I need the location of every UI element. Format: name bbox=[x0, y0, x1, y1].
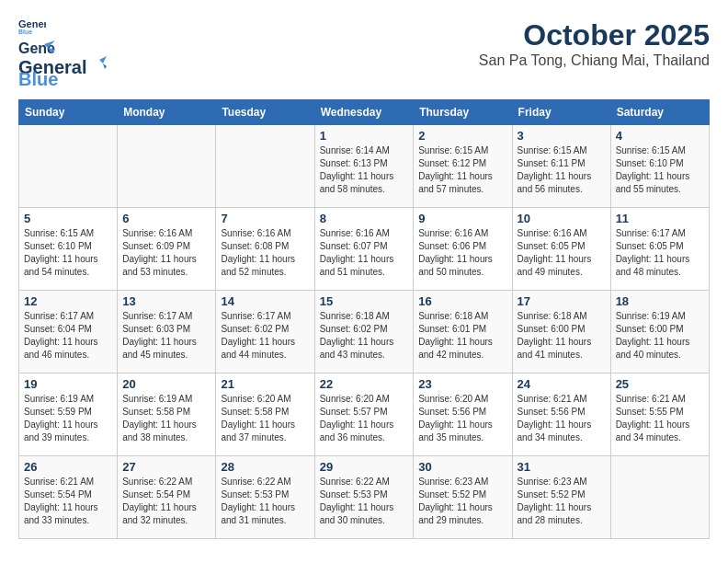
calendar-cell: 10Sunrise: 6:16 AM Sunset: 6:05 PM Dayli… bbox=[512, 208, 610, 291]
day-number: 3 bbox=[518, 129, 606, 143]
day-number: 26 bbox=[24, 460, 112, 474]
day-info: Sunrise: 6:18 AM Sunset: 6:02 PM Dayligh… bbox=[320, 310, 409, 362]
day-number: 17 bbox=[518, 294, 606, 308]
day-info: Sunrise: 6:16 AM Sunset: 6:07 PM Dayligh… bbox=[320, 227, 409, 279]
calendar-cell: 20Sunrise: 6:19 AM Sunset: 5:58 PM Dayli… bbox=[118, 373, 216, 456]
col-header-monday: Monday bbox=[118, 100, 216, 125]
day-info: Sunrise: 6:22 AM Sunset: 5:54 PM Dayligh… bbox=[122, 476, 210, 527]
calendar-cell: 28Sunrise: 6:22 AM Sunset: 5:53 PM Dayli… bbox=[216, 456, 314, 539]
day-info: Sunrise: 6:15 AM Sunset: 6:12 PM Dayligh… bbox=[418, 144, 506, 196]
col-header-saturday: Saturday bbox=[610, 100, 709, 125]
calendar-cell: 13Sunrise: 6:17 AM Sunset: 6:03 PM Dayli… bbox=[118, 291, 216, 373]
logo: General Blue General General Blue bbox=[18, 18, 107, 90]
calendar-cell: 11Sunrise: 6:17 AM Sunset: 6:05 PM Dayli… bbox=[610, 208, 709, 291]
day-number: 21 bbox=[221, 377, 309, 391]
day-info: Sunrise: 6:17 AM Sunset: 6:04 PM Dayligh… bbox=[24, 310, 112, 362]
page-header: General Blue General General Blue Octobe… bbox=[18, 18, 710, 90]
day-info: Sunrise: 6:19 AM Sunset: 5:58 PM Dayligh… bbox=[122, 393, 210, 444]
day-number: 13 bbox=[122, 294, 210, 308]
day-info: Sunrise: 6:15 AM Sunset: 6:11 PM Dayligh… bbox=[518, 144, 606, 196]
day-info: Sunrise: 6:20 AM Sunset: 5:58 PM Dayligh… bbox=[221, 393, 309, 444]
calendar-cell: 17Sunrise: 6:18 AM Sunset: 6:00 PM Dayli… bbox=[512, 291, 610, 373]
day-number: 23 bbox=[418, 377, 506, 391]
day-info: Sunrise: 6:19 AM Sunset: 6:00 PM Dayligh… bbox=[616, 310, 704, 362]
day-info: Sunrise: 6:21 AM Sunset: 5:55 PM Dayligh… bbox=[616, 393, 704, 444]
day-number: 12 bbox=[24, 294, 112, 308]
calendar-cell bbox=[610, 456, 709, 539]
page-title: October 2025 bbox=[479, 18, 710, 52]
day-number: 29 bbox=[320, 460, 409, 474]
calendar-week-4: 19Sunrise: 6:19 AM Sunset: 5:59 PM Dayli… bbox=[19, 373, 710, 456]
col-header-thursday: Thursday bbox=[414, 100, 512, 125]
calendar-cell: 26Sunrise: 6:21 AM Sunset: 5:54 PM Dayli… bbox=[19, 456, 118, 539]
col-header-friday: Friday bbox=[512, 100, 610, 125]
day-number: 28 bbox=[221, 460, 309, 474]
day-info: Sunrise: 6:16 AM Sunset: 6:06 PM Dayligh… bbox=[418, 227, 506, 279]
col-header-sunday: Sunday bbox=[19, 100, 118, 125]
day-info: Sunrise: 6:23 AM Sunset: 5:52 PM Dayligh… bbox=[518, 476, 606, 527]
logo-icon: General Blue bbox=[18, 18, 46, 35]
calendar-week-1: 1Sunrise: 6:14 AM Sunset: 6:13 PM Daylig… bbox=[19, 125, 710, 208]
calendar-week-2: 5Sunrise: 6:15 AM Sunset: 6:10 PM Daylig… bbox=[19, 208, 710, 291]
day-number: 11 bbox=[616, 212, 704, 225]
title-block: October 2025 San Pa Tong, Chiang Mai, Th… bbox=[479, 18, 710, 69]
day-info: Sunrise: 6:16 AM Sunset: 6:08 PM Dayligh… bbox=[221, 227, 309, 279]
calendar-cell: 29Sunrise: 6:22 AM Sunset: 5:53 PM Dayli… bbox=[314, 456, 414, 539]
calendar-cell: 12Sunrise: 6:17 AM Sunset: 6:04 PM Dayli… bbox=[19, 291, 118, 373]
svg-marker-6 bbox=[103, 63, 107, 69]
calendar-cell: 8Sunrise: 6:16 AM Sunset: 6:07 PM Daylig… bbox=[314, 208, 414, 291]
calendar-cell: 31Sunrise: 6:23 AM Sunset: 5:52 PM Dayli… bbox=[512, 456, 610, 539]
day-info: Sunrise: 6:16 AM Sunset: 6:05 PM Dayligh… bbox=[518, 227, 606, 279]
calendar-cell: 21Sunrise: 6:20 AM Sunset: 5:58 PM Dayli… bbox=[216, 373, 314, 456]
calendar-cell: 24Sunrise: 6:21 AM Sunset: 5:56 PM Dayli… bbox=[512, 373, 610, 456]
day-number: 4 bbox=[616, 129, 704, 143]
day-number: 10 bbox=[518, 212, 606, 225]
day-number: 19 bbox=[24, 377, 112, 391]
calendar-cell: 30Sunrise: 6:23 AM Sunset: 5:52 PM Dayli… bbox=[414, 456, 512, 539]
calendar-week-3: 12Sunrise: 6:17 AM Sunset: 6:04 PM Dayli… bbox=[19, 291, 710, 373]
day-info: Sunrise: 6:19 AM Sunset: 5:59 PM Dayligh… bbox=[24, 393, 112, 444]
day-number: 27 bbox=[122, 460, 210, 474]
day-info: Sunrise: 6:20 AM Sunset: 5:56 PM Dayligh… bbox=[418, 393, 506, 444]
day-number: 18 bbox=[616, 294, 704, 308]
logo-blue: Blue bbox=[18, 69, 58, 90]
day-info: Sunrise: 6:20 AM Sunset: 5:57 PM Dayligh… bbox=[320, 393, 409, 444]
calendar-cell bbox=[216, 125, 314, 208]
day-number: 25 bbox=[616, 377, 704, 391]
col-header-tuesday: Tuesday bbox=[216, 100, 314, 125]
day-number: 31 bbox=[518, 460, 606, 474]
day-info: Sunrise: 6:16 AM Sunset: 6:09 PM Dayligh… bbox=[122, 227, 210, 279]
day-number: 2 bbox=[418, 129, 506, 143]
svg-text:General: General bbox=[18, 18, 46, 29]
calendar-cell: 23Sunrise: 6:20 AM Sunset: 5:56 PM Dayli… bbox=[414, 373, 512, 456]
logo-bird-graphic bbox=[86, 56, 107, 76]
calendar-cell: 16Sunrise: 6:18 AM Sunset: 6:01 PM Dayli… bbox=[414, 291, 512, 373]
calendar-cell: 19Sunrise: 6:19 AM Sunset: 5:59 PM Dayli… bbox=[19, 373, 118, 456]
day-info: Sunrise: 6:17 AM Sunset: 6:02 PM Dayligh… bbox=[221, 310, 309, 362]
day-number: 8 bbox=[320, 212, 409, 225]
day-number: 14 bbox=[221, 294, 309, 308]
day-info: Sunrise: 6:21 AM Sunset: 5:56 PM Dayligh… bbox=[518, 393, 606, 444]
calendar-week-5: 26Sunrise: 6:21 AM Sunset: 5:54 PM Dayli… bbox=[19, 456, 710, 539]
calendar-cell: 3Sunrise: 6:15 AM Sunset: 6:11 PM Daylig… bbox=[512, 125, 610, 208]
day-number: 22 bbox=[320, 377, 409, 391]
calendar-cell: 6Sunrise: 6:16 AM Sunset: 6:09 PM Daylig… bbox=[118, 208, 216, 291]
calendar-cell: 1Sunrise: 6:14 AM Sunset: 6:13 PM Daylig… bbox=[314, 125, 414, 208]
calendar-cell: 25Sunrise: 6:21 AM Sunset: 5:55 PM Dayli… bbox=[610, 373, 709, 456]
day-info: Sunrise: 6:22 AM Sunset: 5:53 PM Dayligh… bbox=[221, 476, 309, 527]
calendar-cell bbox=[118, 125, 216, 208]
day-number: 24 bbox=[518, 377, 606, 391]
day-number: 5 bbox=[24, 212, 112, 225]
day-number: 6 bbox=[122, 212, 210, 225]
col-header-wednesday: Wednesday bbox=[314, 100, 414, 125]
day-number: 1 bbox=[320, 129, 409, 143]
day-info: Sunrise: 6:17 AM Sunset: 6:05 PM Dayligh… bbox=[616, 227, 704, 279]
day-number: 20 bbox=[122, 377, 210, 391]
svg-text:Blue: Blue bbox=[18, 29, 32, 35]
day-info: Sunrise: 6:18 AM Sunset: 6:00 PM Dayligh… bbox=[518, 310, 606, 362]
day-info: Sunrise: 6:22 AM Sunset: 5:53 PM Dayligh… bbox=[320, 476, 409, 527]
day-number: 15 bbox=[320, 294, 409, 308]
calendar-header-row: SundayMondayTuesdayWednesdayThursdayFrid… bbox=[19, 100, 710, 125]
calendar-cell: 9Sunrise: 6:16 AM Sunset: 6:06 PM Daylig… bbox=[414, 208, 512, 291]
day-info: Sunrise: 6:18 AM Sunset: 6:01 PM Dayligh… bbox=[418, 310, 506, 362]
